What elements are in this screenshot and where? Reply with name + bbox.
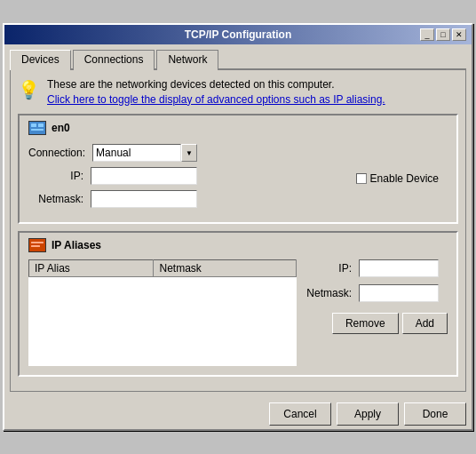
ip-input[interactable]	[91, 167, 197, 185]
tab-connections[interactable]: Connections	[73, 50, 155, 70]
aliases-controls: IP: Netmask: Remove Add	[305, 259, 448, 366]
netmask-input[interactable]	[91, 190, 197, 208]
add-button[interactable]: Add	[402, 313, 448, 334]
en0-row: Connection: ▼ IP:	[28, 144, 448, 213]
en0-title: en0	[52, 122, 70, 134]
cancel-button[interactable]: Cancel	[269, 402, 331, 426]
svg-rect-3	[31, 129, 44, 131]
apply-button[interactable]: Apply	[337, 402, 399, 426]
ip-label: IP:	[28, 170, 91, 182]
aliases-table-wrap: IP Alias Netmask	[28, 259, 297, 366]
ip-aliases-title: IP Aliases	[28, 238, 448, 252]
aliases-content: IP Alias Netmask IP:	[28, 259, 448, 366]
netmask-label: Netmask:	[28, 193, 91, 205]
main-window: TCP/IP Configuration _ □ ✕ Devices Conne…	[3, 23, 473, 432]
aliases-buttons: Remove Add	[305, 313, 448, 334]
svg-rect-6	[31, 245, 40, 247]
aliases-ip-row: IP:	[305, 259, 448, 277]
tab-bar: Devices Connections Network	[10, 48, 466, 70]
netmask-row: Netmask:	[28, 190, 356, 208]
aliases-col-netmask: Netmask	[154, 260, 297, 277]
connection-label: Connection:	[28, 147, 92, 159]
info-box: 💡 These are the networking devices detec…	[18, 77, 458, 108]
aliases-table: IP Alias Netmask	[28, 259, 297, 366]
enable-device-row: Enable Device	[356, 172, 448, 185]
tab-devices[interactable]: Devices	[10, 50, 71, 70]
en0-section: en0 Connection: ▼	[18, 114, 458, 224]
connection-dropdown-btn[interactable]: ▼	[181, 144, 197, 162]
info-link[interactable]: Click here to toggle the display of adva…	[47, 92, 385, 108]
enable-device-label: Enable Device	[370, 172, 439, 185]
en0-network-icon	[28, 121, 46, 135]
connection-dropdown-wrap: ▼	[92, 144, 197, 162]
ip-aliases-section: IP Aliases IP Alias Netmask	[18, 231, 458, 377]
aliases-ip-label: IP:	[305, 262, 359, 275]
ip-aliases-heading: IP Aliases	[52, 239, 101, 251]
svg-rect-2	[38, 123, 44, 127]
info-main-text: These are the networking devices detecte…	[47, 77, 385, 92]
tab-network[interactable]: Network	[156, 50, 218, 70]
aliases-col-ip: IP Alias	[29, 260, 154, 277]
footer-buttons: Cancel Apply Done	[4, 397, 472, 429]
info-icon: 💡	[18, 79, 40, 100]
aliases-table-body	[29, 277, 297, 366]
window-title: TCP/IP Configuration	[56, 28, 420, 41]
aliases-netmask-row: Netmask:	[305, 284, 448, 302]
en0-section-title: en0	[28, 121, 448, 135]
ip-aliases-icon	[28, 238, 46, 252]
close-button[interactable]: ✕	[452, 28, 466, 41]
aliases-netmask-input[interactable]	[359, 284, 439, 302]
aliases-netmask-label: Netmask:	[305, 287, 359, 299]
connection-row: Connection: ▼	[28, 144, 356, 162]
title-bar-controls: _ □ ✕	[420, 28, 466, 41]
svg-rect-1	[31, 123, 36, 127]
en0-right: Enable Device	[356, 172, 448, 185]
minimize-button[interactable]: _	[420, 28, 434, 41]
enable-device-checkbox[interactable]	[356, 173, 367, 184]
svg-rect-5	[31, 242, 44, 243]
title-bar: TCP/IP Configuration _ □ ✕	[4, 25, 472, 44]
tab-content: 💡 These are the networking devices detec…	[10, 70, 466, 393]
remove-button[interactable]: Remove	[332, 313, 399, 334]
aliases-ip-input[interactable]	[359, 259, 439, 277]
done-button[interactable]: Done	[404, 402, 466, 426]
ip-row: IP:	[28, 167, 356, 185]
maximize-button[interactable]: □	[436, 28, 450, 41]
connection-input[interactable]	[92, 144, 181, 162]
info-text: These are the networking devices detecte…	[47, 77, 385, 108]
en0-left: Connection: ▼ IP:	[28, 144, 356, 213]
